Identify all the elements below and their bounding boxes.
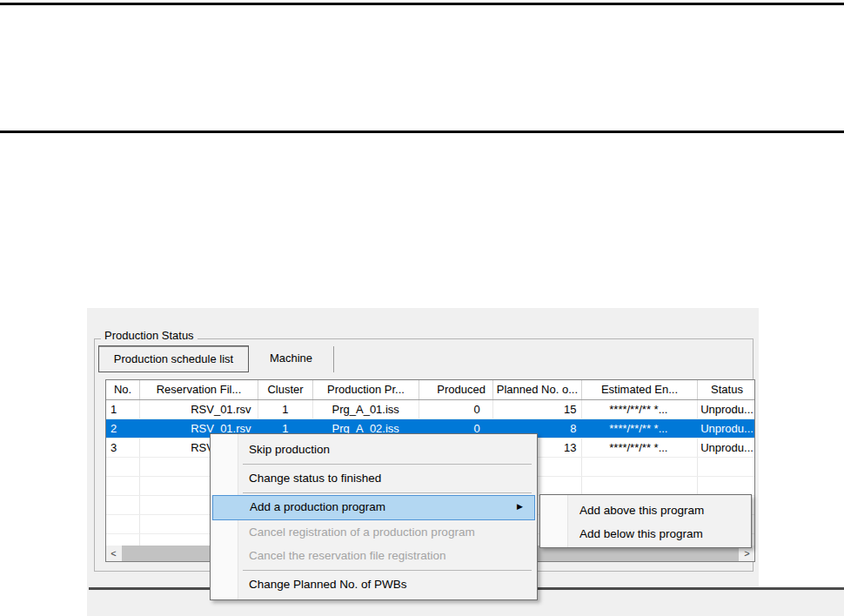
table-row-1[interactable]: 1RSV_01.rsv1Prg_A_01.iss015****/**/** *.… [106,400,754,419]
table-cell-estimated: ****/**/** *... [581,419,697,438]
table-cell-status: Unprodu... [696,419,754,438]
submenu-item-label: Add above this program [579,504,704,517]
table-cell-status [696,477,754,495]
tab-label: Machine [270,352,312,365]
table-cell-no [106,458,140,476]
table-header-row: No.Reservation Fil...ClusterProduction P… [106,380,755,400]
table-cell-cluster: 1 [258,400,313,418]
menu-item-change-planned-no-of-pwbs[interactable]: Change Planned No. of PWBs [211,572,537,596]
column-header-planned[interactable]: Planned No. o... [493,380,582,399]
table-cell-produced: 0 [419,400,492,418]
column-header-reservation[interactable]: Reservation Fil... [140,380,258,399]
table-cell-status [696,458,754,476]
groupbox-label: Production Status [101,328,198,343]
table-cell-no [106,515,140,533]
scroll-left-icon: < [111,548,116,559]
table-cell-planned: 15 [492,400,581,418]
menu-separator [243,492,532,493]
menu-item-label: Cancel the reservation file registration [249,549,446,562]
menu-item-label: Skip production [249,443,330,456]
menu-item-skip-production[interactable]: Skip production [211,438,537,461]
table-cell-no [106,496,140,514]
table-cell-no [106,477,140,495]
column-header-produced[interactable]: Produced [419,380,493,399]
context-submenu: Add above this programAdd below this pro… [539,494,752,548]
scroll-left-button[interactable]: < [106,546,121,562]
tab-machine[interactable]: Machine [249,346,334,372]
table-cell-estimated [581,458,697,476]
table-cell-status: Unprodu... [696,439,754,457]
menu-item-cancel-the-reservation-file-registration: Cancel the reservation file registration [211,544,537,567]
scroll-right-icon: > [744,548,749,559]
column-header-program[interactable]: Production Pr... [313,380,419,399]
tab-production-schedule-list[interactable]: Production schedule list [98,345,249,372]
menu-item-label: Cancel registration of a production prog… [249,526,475,539]
table-cell-estimated [581,477,697,495]
table-cell-no: 1 [106,400,140,418]
submenu-arrow-icon: ▶ [517,496,523,518]
column-header-status[interactable]: Status [698,380,755,399]
table-cell-no: 3 [106,439,140,457]
table-cell-estimated: ****/**/** *... [581,400,697,418]
tab-label: Production schedule list [114,352,233,365]
menu-item-label: Change Planned No. of PWBs [249,578,407,591]
column-header-cluster[interactable]: Cluster [258,380,313,399]
document-top-rule [0,3,844,5]
menu-item-add-a-production-program[interactable]: Add a production program▶ [212,495,535,520]
menu-item-label: Add a production program [250,500,385,513]
submenu-item-label: Add below this program [579,527,703,540]
table-cell-estimated: ****/**/** *... [581,439,697,457]
document-divider-rule [0,131,844,133]
context-menu: Skip productionChange status to finished… [210,433,538,600]
menu-separator [243,570,532,571]
submenu-item-add-below-this-program[interactable]: Add below this program [540,522,751,546]
column-header-no[interactable]: No. [106,380,140,399]
table-cell-reservation: RSV_01.rsv [140,400,258,418]
menu-item-change-status-to-finished[interactable]: Change status to finished [211,466,537,490]
table-cell-no: 2 [106,419,140,438]
menu-separator [243,464,532,465]
table-cell-status: Unprodu... [696,400,754,418]
menu-item-label: Change status to finished [249,472,381,485]
menu-item-cancel-registration-of-a-production-program: Cancel registration of a production prog… [211,520,537,544]
submenu-item-add-above-this-program[interactable]: Add above this program [540,499,751,522]
column-header-estimated[interactable]: Estimated En... [582,380,698,399]
table-cell-program: Prg_A_01.iss [312,400,419,418]
